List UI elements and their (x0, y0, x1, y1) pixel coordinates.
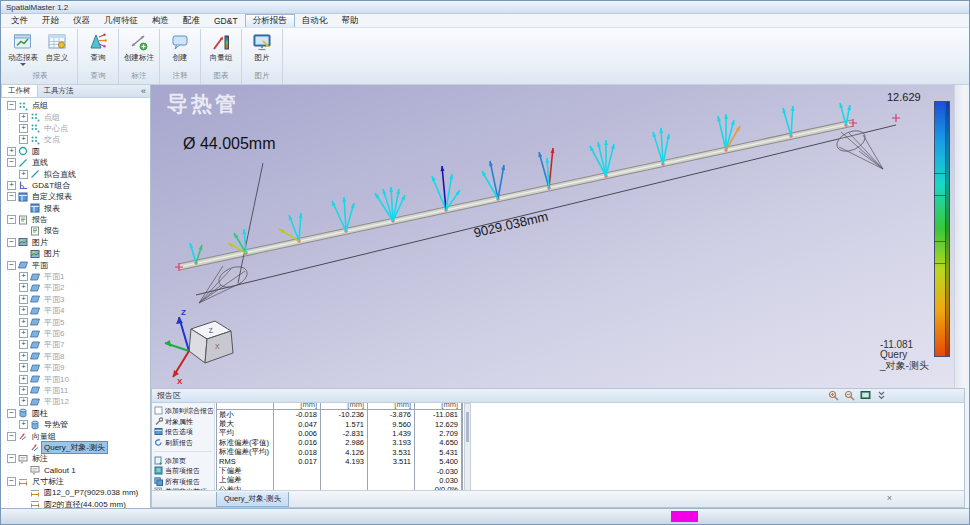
tree-item-32[interactable]: +Callout 1 (3, 465, 150, 476)
tree-expander-icon[interactable]: + (19, 386, 28, 395)
tree-item-8[interactable]: −自定义报表 (3, 191, 150, 202)
tree-expander-icon[interactable]: + (19, 318, 28, 327)
tree-item-25[interactable]: +平面11 (3, 385, 150, 396)
tree-item-33[interactable]: −尺寸标注 (3, 476, 150, 487)
tree-item-12[interactable]: −图片 (3, 237, 150, 248)
tree-item-28[interactable]: +导热管 (3, 419, 150, 430)
menu-item-3[interactable]: 几何特征 (97, 14, 145, 27)
tree-item-31[interactable]: −标注 (3, 453, 150, 464)
tree-expander-icon[interactable]: + (19, 295, 28, 304)
tree-item-11[interactable]: +报告 (3, 225, 150, 236)
create-callout-button[interactable]: 创建标注 (122, 29, 156, 62)
table-row[interactable]: 标准偏差(平均)0.0184.1263.5315.431 (216, 448, 462, 457)
tree-expander-icon[interactable]: + (19, 420, 28, 429)
tree-item-22[interactable]: +平面8 (3, 351, 150, 362)
tree-item-4[interactable]: +圆 (3, 146, 150, 157)
tree-item-15[interactable]: +平面1 (3, 271, 150, 282)
report-action-3-button[interactable]: 刷新报告 (154, 438, 212, 449)
table-row[interactable]: RMS0.0174.1933.5115.400 (216, 457, 462, 466)
tree-expander-icon[interactable]: + (19, 124, 28, 133)
tree-item-24[interactable]: +平面10 (3, 373, 150, 384)
tree-item-3[interactable]: +交点 (3, 134, 150, 145)
tree-expander-icon[interactable]: + (19, 352, 28, 361)
tree-expander-icon[interactable]: + (7, 181, 16, 190)
query-button[interactable]: 查询 (81, 29, 115, 62)
table-row[interactable]: 平均0.006-2.8311.4392.709 (216, 429, 462, 438)
vector-group-button[interactable]: 向量组 (204, 29, 238, 62)
tree-expander-icon[interactable]: − (7, 158, 16, 167)
tree-item-19[interactable]: +平面5 (3, 316, 150, 327)
tree-item-26[interactable]: +平面12 (3, 396, 150, 407)
tree-expander-icon[interactable]: + (19, 170, 28, 179)
tree-expander-icon[interactable]: + (7, 147, 16, 156)
table-row[interactable]: 最小-0.018-10.236-3.876-11.081 (216, 410, 462, 419)
tree-item-18[interactable]: +平面4 (3, 305, 150, 316)
tree-item-16[interactable]: +平面2 (3, 282, 150, 293)
tree-item-1[interactable]: +点组 (3, 111, 150, 122)
tree-expander-icon[interactable]: + (19, 340, 28, 349)
viewport-side-strip[interactable] (954, 85, 965, 388)
report-view-1-button[interactable]: 当前项报告 (154, 466, 212, 477)
tree-item-14[interactable]: −平面 (3, 259, 150, 270)
tree-expander-icon[interactable]: − (7, 454, 16, 463)
tree-item-20[interactable]: +平面6 (3, 328, 150, 339)
tree-expander-icon[interactable]: − (7, 409, 16, 418)
custom-report-button[interactable]: 自定义 (40, 29, 74, 62)
menu-item-9[interactable]: 帮助 (334, 14, 365, 27)
table-row[interactable]: 最大0.0471.5719.56012.629 (216, 419, 462, 428)
tree-expander-icon[interactable]: + (19, 375, 28, 384)
zoom-out-icon[interactable] (844, 390, 855, 401)
table-row[interactable]: 上偏差0.030 (216, 476, 462, 485)
navigation-cube[interactable]: Z X Z X (165, 308, 233, 386)
tree-item-9[interactable]: +报表 (3, 203, 150, 214)
tree-item-34[interactable]: +圆12_0_P7(9029.038 mm) (3, 487, 150, 498)
tree-expander-icon[interactable]: − (7, 238, 16, 247)
tab-work-tree[interactable]: 工作树 (1, 85, 38, 97)
tree-item-6[interactable]: +拟合直线 (3, 168, 150, 179)
tree-expander-icon[interactable]: + (19, 113, 28, 122)
report-view-2-button[interactable]: 所有项报告 (154, 477, 212, 488)
tree-expander-icon[interactable]: + (19, 397, 28, 406)
tree-item-0[interactable]: −点组 (3, 100, 150, 111)
tree-expander-icon[interactable]: − (7, 261, 16, 270)
menu-item-0[interactable]: 文件 (4, 14, 35, 27)
tree-item-7[interactable]: +GD&T组合 (3, 180, 150, 191)
table-row[interactable]: 标准偏差(零值)0.0162.9863.1934.650 (216, 438, 462, 447)
report-table-scrollbar[interactable] (464, 403, 471, 494)
menu-item-5[interactable]: 配准 (176, 14, 207, 27)
menu-item-1[interactable]: 开始 (35, 14, 66, 27)
menu-item-8[interactable]: 自动化 (295, 14, 335, 27)
create-comment-button[interactable]: 创建 (163, 29, 197, 62)
tree-expander-icon[interactable]: + (19, 363, 28, 372)
tree-expander-icon[interactable]: − (7, 477, 16, 486)
tree-item-2[interactable]: +中心点 (3, 123, 150, 134)
report-doc-tab[interactable]: Query_对象-测头 (216, 492, 289, 507)
titlebar[interactable]: SpatialMaster 1.2 (1, 1, 969, 14)
tree-expander-icon[interactable]: − (7, 192, 16, 201)
tree-item-10[interactable]: −报告 (3, 214, 150, 225)
tree-expander-icon[interactable]: + (19, 329, 28, 338)
report-chart-button[interactable]: 动态报表 (6, 29, 40, 66)
menu-item-2[interactable]: 仪器 (66, 14, 97, 27)
tree-item-23[interactable]: +平面9 (3, 362, 150, 373)
viewport-3d[interactable]: 导热管 (151, 85, 965, 388)
tree-expander-icon[interactable]: + (19, 135, 28, 144)
tree-item-30[interactable]: +Query_对象-测头 (3, 442, 150, 453)
collapse-panel-icon[interactable] (876, 390, 887, 401)
report-view-0-button[interactable]: 添加页 (154, 455, 212, 466)
tree-expander-icon[interactable]: − (7, 101, 16, 110)
tree-expander-icon[interactable]: − (7, 432, 16, 441)
fit-screen-icon[interactable] (860, 390, 871, 401)
tree-item-29[interactable]: −向量组 (3, 430, 150, 441)
menu-item-6[interactable]: GD&T (207, 14, 245, 27)
tree-expander-icon[interactable]: − (7, 215, 16, 224)
zoom-in-icon[interactable] (828, 390, 839, 401)
tree-item-5[interactable]: −直线 (3, 157, 150, 168)
report-action-2-button[interactable]: 报告选项 (154, 427, 212, 438)
close-icon[interactable]: × (887, 494, 892, 503)
tree-expander-icon[interactable]: + (19, 272, 28, 281)
menu-item-7[interactable]: 分析报告 (245, 14, 295, 27)
tree-item-27[interactable]: −圆柱 (3, 408, 150, 419)
picture-button[interactable]: 图片 (245, 29, 279, 62)
tree-item-17[interactable]: +平面3 (3, 294, 150, 305)
